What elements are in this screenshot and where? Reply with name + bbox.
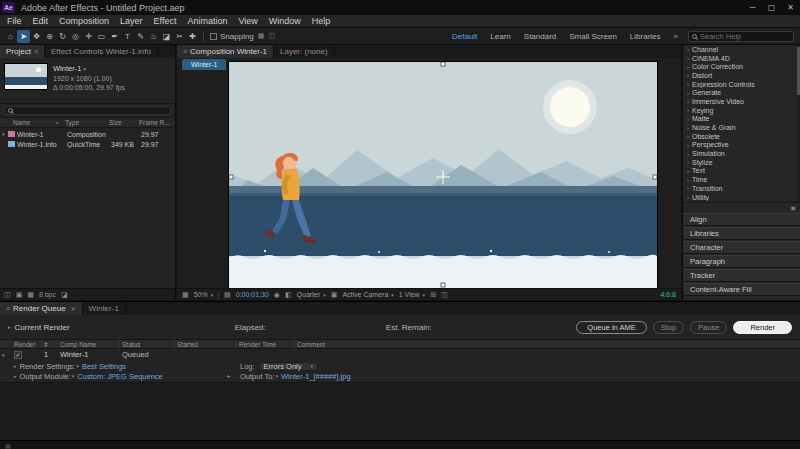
effects-category-keying[interactable]: ›Keying — [683, 106, 800, 115]
effects-category-obsolete[interactable]: ›Obsolete — [683, 132, 800, 141]
label-color-column-icon[interactable]: ● — [56, 120, 65, 125]
effects-category-utility[interactable]: ›Utility — [683, 193, 800, 202]
selection-tool[interactable]: ➤ — [17, 30, 30, 43]
caret-right-icon[interactable]: ▸ — [14, 363, 17, 369]
col-type[interactable]: Type — [65, 119, 109, 126]
project-row-winter1[interactable]: ▾ Winter-1 Composition 29.97 — [0, 129, 175, 139]
col-started[interactable]: Started — [175, 340, 237, 348]
project-item-thumbnail[interactable] — [4, 63, 48, 90]
workspace-overflow-icon[interactable]: » — [674, 32, 678, 41]
effects-category-generate[interactable]: ›Generate — [683, 88, 800, 97]
panel-menu-icon[interactable]: ≡ — [6, 305, 10, 312]
pan-behind-tool[interactable]: ✛ — [82, 30, 95, 43]
close-button[interactable]: ✕ — [781, 0, 800, 15]
minimize-button[interactable]: ─ — [743, 0, 762, 15]
caret-right-icon[interactable]: ▸ — [8, 324, 11, 330]
composition-canvas[interactable] — [229, 62, 657, 288]
effects-category-matte[interactable]: ›Matte — [683, 115, 800, 124]
col-frame-rate[interactable]: Frame R... — [139, 119, 175, 126]
pause-button[interactable]: Pause — [690, 321, 727, 334]
composition-viewport[interactable]: Winter-1 — [177, 58, 681, 288]
effects-category-simulation[interactable]: ›Simulation — [683, 149, 800, 158]
effects-category-channel[interactable]: ›Channel — [683, 45, 800, 54]
ruler-icon[interactable]: ▤ — [224, 291, 231, 299]
effects-category-text[interactable]: ›Text — [683, 167, 800, 176]
effects-category-immersive-video[interactable]: ›Immersive Video — [683, 97, 800, 106]
menu-effect[interactable]: Effect — [154, 16, 177, 26]
panel-menu-icon[interactable]: ≡ — [34, 48, 38, 55]
render-queue-item-row[interactable]: ▾ ✓ 1 Winter-1 Queued — [0, 349, 800, 360]
snap-option-edges-icon[interactable]: ◫ — [268, 32, 275, 40]
timeline-toggle-icon[interactable]: ▤ — [5, 442, 11, 449]
region-of-interest-icon[interactable]: ▣ — [331, 291, 338, 299]
workspace-standard[interactable]: Standard — [524, 32, 556, 41]
render-button[interactable]: Render — [733, 321, 792, 334]
menu-window[interactable]: Window — [269, 16, 301, 26]
workspace-learn[interactable]: Learn — [490, 32, 510, 41]
brush-tool[interactable]: ✎ — [134, 30, 147, 43]
viewer-tab-winter1[interactable]: Winter-1 — [182, 59, 226, 70]
col-number[interactable]: # — [42, 340, 58, 348]
panel-align[interactable]: Align — [683, 213, 800, 226]
workspace-small-screen[interactable]: Small Screen — [569, 32, 617, 41]
workspace-default[interactable]: Default — [452, 32, 477, 41]
always-preview-icon[interactable]: ▦ — [182, 291, 189, 299]
orbit-tool[interactable]: ↻ — [56, 30, 69, 43]
menu-composition[interactable]: Composition — [59, 16, 109, 26]
add-output-module-icon[interactable]: + — [226, 372, 231, 381]
snapshot-icon[interactable]: ◉ — [274, 291, 280, 299]
col-render[interactable]: Render — [12, 340, 42, 348]
project-bit-depth[interactable]: 8 bpc — [39, 291, 56, 298]
puppet-pin-tool[interactable]: ✚ — [186, 30, 199, 43]
pen-tool[interactable]: ✒ — [108, 30, 121, 43]
zoom-tool[interactable]: ⊕ — [43, 30, 56, 43]
col-comp-name[interactable]: Comp Name — [58, 340, 120, 348]
maximize-button[interactable]: ▢ — [762, 0, 781, 15]
panel-options-icon[interactable]: ▣ — [790, 204, 796, 211]
project-search-input[interactable] — [4, 106, 171, 115]
tab-render-queue[interactable]: ≡ Render Queue ✕ — [0, 302, 83, 315]
workspace-libraries[interactable]: Libraries — [630, 32, 661, 41]
channel-readout[interactable]: 4:6:8 — [660, 291, 676, 298]
log-dropdown[interactable]: Errors Only ▾ — [259, 362, 318, 371]
hand-tool[interactable]: ✥ — [30, 30, 43, 43]
camera-tool[interactable]: ◎ — [69, 30, 82, 43]
menu-animation[interactable]: Animation — [187, 16, 227, 26]
panel-content-aware-fill[interactable]: Content-Aware Fill — [683, 283, 800, 296]
effects-category-noise-grain[interactable]: ›Noise & Grain — [683, 123, 800, 132]
effects-category-expression-controls[interactable]: ›Expression Controls — [683, 80, 800, 89]
caret-down-icon[interactable]: ▾ — [275, 373, 278, 379]
menu-view[interactable]: View — [238, 16, 257, 26]
type-tool[interactable]: T — [121, 30, 134, 43]
shape-tool[interactable]: ▭ — [95, 30, 108, 43]
new-composition-icon[interactable]: ▦ — [27, 291, 34, 299]
project-row-winter1-info[interactable]: Winter-1.info QuickTime 349 KB 29.97 — [0, 139, 175, 149]
stop-button[interactable]: Stop — [653, 321, 684, 334]
panel-character[interactable]: Character — [683, 241, 800, 254]
grid-options-icon[interactable]: ⊞ — [430, 291, 436, 299]
output-module-link[interactable]: Custom: JPEG Sequence — [77, 372, 162, 381]
panel-menu-icon[interactable]: ≡ — [183, 48, 187, 55]
caret-down-icon[interactable]: ▾ — [72, 373, 75, 379]
help-search[interactable] — [688, 31, 794, 42]
panel-paragraph[interactable]: Paragraph — [683, 255, 800, 268]
snap-option-grid-icon[interactable]: ▦ — [258, 32, 265, 40]
snapping-checkbox[interactable] — [210, 33, 217, 40]
magnification-dropdown[interactable]: 50% ▾ — [194, 291, 213, 298]
menu-layer[interactable]: Layer — [120, 16, 143, 26]
col-size[interactable]: Size — [109, 119, 139, 126]
eraser-tool[interactable]: ◪ — [160, 30, 173, 43]
effects-category-distort[interactable]: ›Distort — [683, 71, 800, 80]
tab-composition[interactable]: ≡ Composition Winter-1 — [177, 45, 274, 58]
effects-category-time[interactable]: ›Time — [683, 175, 800, 184]
caret-down-icon[interactable]: ▾ — [76, 363, 79, 369]
col-status[interactable]: Status — [120, 340, 175, 348]
col-name[interactable]: Name — [0, 119, 56, 126]
effects-category-perspective[interactable]: ›Perspective — [683, 141, 800, 150]
clone-stamp-tool[interactable]: ♨ — [147, 30, 160, 43]
caret-right-icon[interactable]: ▸ — [14, 373, 17, 379]
render-checkbox[interactable]: ✓ — [14, 351, 22, 359]
effects-category-transition[interactable]: ›Transition — [683, 184, 800, 193]
timecode[interactable]: 0;00;01;30 — [236, 291, 269, 298]
effects-category-cinema-4d[interactable]: ›CINEMA 4D — [683, 54, 800, 63]
